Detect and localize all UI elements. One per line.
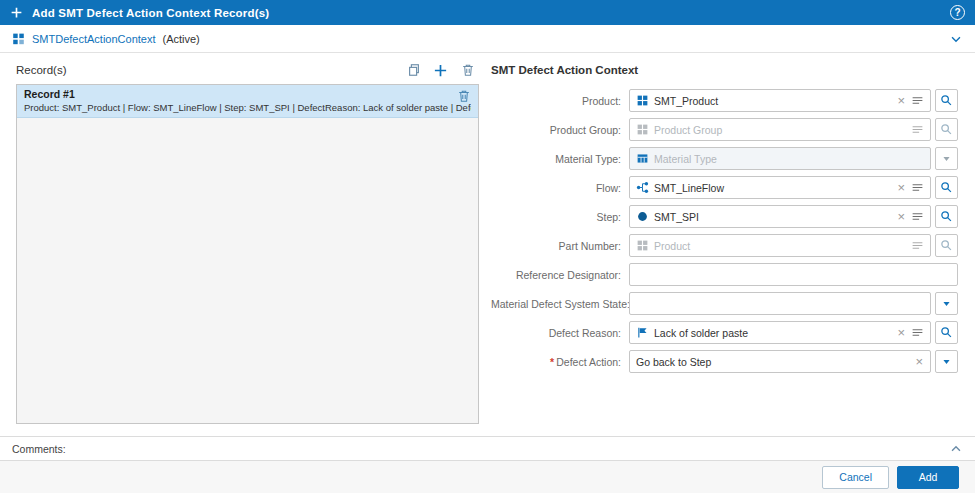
product-value: SMT_Product <box>654 95 891 107</box>
clear-icon[interactable]: × <box>914 355 924 368</box>
main-content: Record(s) <box>0 53 975 436</box>
comments-label: Comments: <box>12 443 66 455</box>
help-icon[interactable]: ? <box>950 5 965 20</box>
search-icon <box>940 123 953 136</box>
records-toolbar <box>406 63 479 78</box>
clear-icon[interactable]: × <box>896 181 906 194</box>
product-icon <box>636 94 649 107</box>
part-number-label: Part Number: <box>491 240 629 252</box>
clear-icon[interactable]: × <box>896 210 906 223</box>
defect-action-label: *Defect Action: <box>491 356 629 368</box>
part-number-icon <box>636 239 649 252</box>
material-defect-system-state-label: Material Defect System State: <box>491 298 629 310</box>
material-type-dropdown-button[interactable] <box>935 147 958 170</box>
flow-input[interactable]: SMT_LineFlow × <box>629 176 931 199</box>
defect-reason-label: Defect Reason: <box>491 327 629 339</box>
detail-form-panel: SMT Defect Action Context Product: SMT_P… <box>483 53 975 436</box>
entity-status: (Active) <box>163 33 200 45</box>
entity-bar: SMTDefectActionContext (Active) <box>0 25 975 53</box>
dialog-title: Add SMT Defect Action Context Record(s) <box>32 7 269 19</box>
list-options-icon[interactable] <box>911 326 924 339</box>
search-icon <box>940 94 953 107</box>
step-input[interactable]: SMT_SPI × <box>629 205 931 228</box>
records-panel: Record(s) <box>0 53 483 436</box>
plus-icon <box>433 63 448 78</box>
cancel-button[interactable]: Cancel <box>822 466 889 489</box>
add-record-button[interactable] <box>433 63 448 78</box>
list-options-icon[interactable] <box>911 181 924 194</box>
part-number-search-button[interactable] <box>935 234 958 257</box>
required-marker: * <box>550 356 554 368</box>
defect-action-input[interactable]: Go back to Step × <box>629 350 931 373</box>
clear-icon[interactable]: × <box>896 326 906 339</box>
material-type-icon <box>636 152 649 165</box>
entity-icon <box>12 32 25 45</box>
form-row-step: Step: SMT_SPI × <box>491 205 958 228</box>
flow-icon <box>636 181 649 194</box>
dropdown-arrow-icon <box>940 297 953 310</box>
form-row-flow: Flow: SMT_LineFlow × <box>491 176 958 199</box>
list-options-icon[interactable] <box>911 94 924 107</box>
copy-record-button[interactable] <box>406 63 421 78</box>
list-options-icon[interactable] <box>911 210 924 223</box>
material-type-placeholder: Material Type <box>654 153 924 165</box>
chevron-down-icon[interactable] <box>949 32 963 46</box>
defect-reason-value: Lack of solder paste <box>654 327 891 339</box>
dialog-add-smt-defect-action-context: Add SMT Defect Action Context Record(s) … <box>0 0 975 493</box>
dropdown-arrow-icon <box>940 152 953 165</box>
clear-icon[interactable]: × <box>896 94 906 107</box>
product-label: Product: <box>491 95 629 107</box>
search-icon <box>940 210 953 223</box>
reference-designator-input[interactable] <box>629 263 958 286</box>
product-group-icon <box>636 123 649 136</box>
step-label: Step: <box>491 211 629 223</box>
search-icon <box>940 326 953 339</box>
product-group-input[interactable]: Product Group <box>629 118 931 141</box>
record-title: Record #1 <box>24 88 471 100</box>
defect-reason-input[interactable]: Lack of solder paste × <box>629 321 931 344</box>
chevron-up-icon[interactable] <box>949 442 963 456</box>
step-search-button[interactable] <box>935 205 958 228</box>
add-button[interactable]: Add <box>897 466 959 489</box>
form-row-defect-reason: Defect Reason: Lack of solder paste × <box>491 321 958 344</box>
product-group-search-button[interactable] <box>935 118 958 141</box>
flow-value: SMT_LineFlow <box>654 182 891 194</box>
material-defect-system-state-input[interactable] <box>629 292 931 315</box>
defect-reason-search-button[interactable] <box>935 321 958 344</box>
record-list: Record #1 Product: SMT_Product | Flow: S… <box>16 84 479 424</box>
records-panel-title: Record(s) <box>16 64 66 76</box>
flow-search-button[interactable] <box>935 176 958 199</box>
product-input[interactable]: SMT_Product × <box>629 89 931 112</box>
product-search-button[interactable] <box>935 89 958 112</box>
form-row-defect-action: *Defect Action: Go back to Step × <box>491 350 958 373</box>
plus-icon <box>10 6 23 19</box>
defect-action-dropdown-button[interactable] <box>935 350 958 373</box>
form-title: SMT Defect Action Context <box>491 64 958 76</box>
flag-icon <box>636 326 649 339</box>
trash-icon[interactable] <box>457 89 471 103</box>
product-group-placeholder: Product Group <box>654 124 906 136</box>
step-value: SMT_SPI <box>654 211 891 223</box>
material-defect-system-state-dropdown-button[interactable] <box>935 292 958 315</box>
form-row-product-group: Product Group: Product Group <box>491 118 958 141</box>
form-row-material-defect-system-state: Material Defect System State: <box>491 292 958 315</box>
part-number-placeholder: Product <box>654 240 906 252</box>
list-options-icon[interactable] <box>911 239 924 252</box>
record-row-selected[interactable]: Record #1 Product: SMT_Product | Flow: S… <box>17 85 478 118</box>
dialog-footer: Cancel Add <box>0 460 975 493</box>
part-number-input[interactable]: Product <box>629 234 931 257</box>
comments-section: Comments: <box>0 436 975 460</box>
form-row-reference-designator: Reference Designator: <box>491 263 958 286</box>
search-icon <box>940 181 953 194</box>
list-options-icon[interactable] <box>911 123 924 136</box>
entity-name[interactable]: SMTDefectActionContext <box>32 33 156 45</box>
dialog-title-bar: Add SMT Defect Action Context Record(s) … <box>0 0 975 25</box>
reference-designator-label: Reference Designator: <box>491 269 629 281</box>
step-icon <box>636 210 649 223</box>
record-summary: Product: SMT_Product | Flow: SMT_LineFlo… <box>24 102 471 113</box>
trash-icon <box>461 63 475 77</box>
defect-action-label-text: Defect Action: <box>556 356 621 368</box>
material-type-input[interactable]: Material Type <box>629 147 931 170</box>
dropdown-arrow-icon <box>940 355 953 368</box>
delete-record-button[interactable] <box>460 63 475 78</box>
